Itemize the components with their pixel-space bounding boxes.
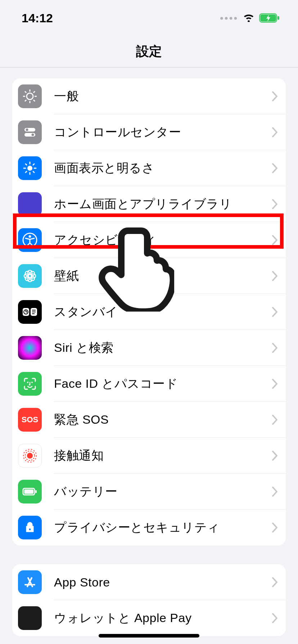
- svg-line-8: [25, 91, 26, 93]
- sos-icon: SOS: [18, 408, 42, 432]
- row-label: ホーム画面とアプリライブラリ: [54, 196, 272, 212]
- settings-row-wallet[interactable]: ウォレットと Apple Pay: [12, 600, 286, 636]
- wallpaper-icon: [18, 264, 42, 288]
- svg-point-3: [27, 93, 33, 100]
- row-label: App Store: [54, 575, 272, 589]
- status-icons: ●●●●: [220, 13, 280, 23]
- page-title: 設定: [136, 43, 162, 60]
- settings-row-display-brightness[interactable]: 画面表示と明るさ: [12, 150, 286, 186]
- siri-icon: [18, 336, 42, 360]
- row-label: ウォレットと Apple Pay: [54, 610, 272, 626]
- row-label: アクセシビリティ: [54, 232, 272, 248]
- faceid-icon: [18, 372, 42, 396]
- privacy-icon: [18, 516, 42, 539]
- svg-line-23: [26, 171, 27, 172]
- chevron-right-icon: [272, 199, 278, 209]
- settings-row-wallpaper[interactable]: 壁紙: [12, 258, 286, 294]
- accessibility-icon: [18, 228, 42, 252]
- settings-row-battery[interactable]: バッテリー: [12, 474, 286, 510]
- row-label: 画面表示と明るさ: [54, 160, 272, 176]
- row-label: 一般: [54, 88, 272, 105]
- chevron-right-icon: [272, 577, 278, 587]
- svg-rect-2: [277, 16, 279, 20]
- chevron-right-icon: [272, 613, 278, 623]
- svg-point-45: [31, 382, 33, 383]
- svg-line-10: [25, 100, 26, 101]
- svg-line-22: [33, 171, 34, 172]
- settings-row-faceid[interactable]: Face ID とパスコード: [12, 366, 286, 402]
- settings-row-siri[interactable]: Siri と検索: [12, 330, 286, 366]
- gear-icon: [18, 84, 42, 108]
- battery-icon: [18, 480, 42, 503]
- chevron-right-icon: [272, 523, 278, 533]
- status-bar: 14:12 ●●●●: [0, 0, 298, 36]
- brightness-icon: [18, 156, 42, 180]
- settings-row-accessibility[interactable]: アクセシビリティ: [12, 222, 286, 258]
- nav-bar: 設定: [0, 36, 298, 68]
- chevron-right-icon: [272, 271, 278, 281]
- row-label: 接触通知: [54, 447, 272, 464]
- settings-row-general[interactable]: 一般: [12, 78, 286, 114]
- svg-line-11: [33, 91, 35, 93]
- settings-content: 一般 コントロールセンター 画面表示と明るさ: [0, 68, 298, 644]
- home-grid-icon: [18, 192, 42, 216]
- row-label: スタンバイ: [54, 304, 272, 320]
- settings-row-home-screen[interactable]: ホーム画面とアプリライブラリ: [12, 186, 286, 222]
- chevron-right-icon: [272, 307, 278, 317]
- row-label: バッテリー: [54, 483, 272, 500]
- switches-icon: [18, 120, 42, 144]
- chevron-right-icon: [272, 343, 278, 353]
- svg-point-26: [29, 235, 31, 238]
- settings-row-sos[interactable]: SOS 緊急 SOS: [12, 402, 286, 438]
- cellular-dots-icon: ●●●●: [220, 14, 239, 22]
- svg-line-24: [33, 164, 34, 165]
- status-time: 14:12: [22, 11, 53, 25]
- chevron-right-icon: [272, 235, 278, 245]
- svg-point-16: [27, 166, 32, 171]
- chevron-right-icon: [272, 127, 278, 137]
- home-indicator: [99, 634, 199, 638]
- wifi-icon: [243, 13, 255, 23]
- chevron-right-icon: [272, 487, 278, 497]
- svg-point-13: [26, 129, 28, 131]
- settings-row-control-center[interactable]: コントロールセンター: [12, 114, 286, 150]
- chevron-right-icon: [272, 163, 278, 173]
- wallet-icon: [18, 606, 42, 630]
- row-label: 壁紙: [54, 268, 272, 284]
- row-label: 緊急 SOS: [54, 411, 272, 428]
- settings-row-appstore[interactable]: App Store: [12, 564, 286, 600]
- exposure-icon: [18, 444, 42, 468]
- svg-line-21: [26, 164, 27, 165]
- chevron-right-icon: [272, 379, 278, 389]
- appstore-icon: [18, 570, 42, 594]
- row-label: コントロールセンター: [54, 124, 272, 141]
- chevron-right-icon: [272, 415, 278, 425]
- svg-rect-50: [24, 489, 33, 494]
- chevron-right-icon: [272, 451, 278, 461]
- settings-row-standby[interactable]: スタンバイ: [12, 294, 286, 330]
- row-label: Siri と検索: [54, 340, 272, 356]
- battery-charging-icon: [259, 13, 280, 23]
- svg-line-9: [33, 100, 35, 101]
- settings-group-2: App Store ウォレットと Apple Pay: [12, 564, 286, 636]
- standby-icon: [18, 300, 42, 324]
- svg-point-44: [27, 382, 28, 383]
- settings-row-exposure[interactable]: 接触通知: [12, 438, 286, 474]
- row-label: Face ID とパスコード: [54, 376, 272, 392]
- svg-point-46: [27, 453, 33, 459]
- settings-row-privacy[interactable]: プライバシーとセキュリティ: [12, 510, 286, 546]
- svg-point-15: [32, 134, 34, 136]
- settings-group-1: 一般 コントロールセンター 画面表示と明るさ: [12, 78, 286, 546]
- svg-rect-51: [35, 490, 37, 493]
- row-label: プライバシーとセキュリティ: [54, 519, 272, 536]
- chevron-right-icon: [272, 91, 278, 101]
